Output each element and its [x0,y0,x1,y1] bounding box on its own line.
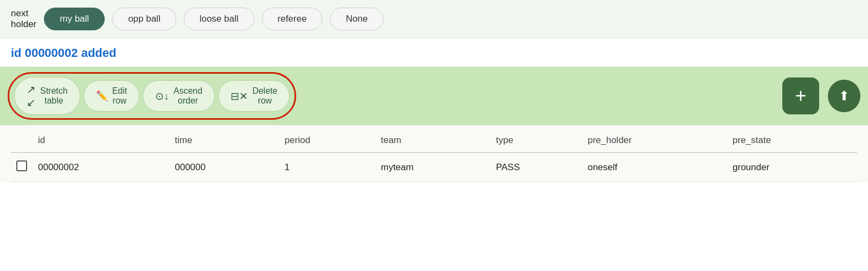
status-text: id 00000002 added [11,46,857,60]
holder-btn-my-ball[interactable]: my ball [44,8,105,30]
middle-section: id 00000002 added [0,38,868,60]
col-pre-holder: pre_holder [582,125,727,153]
table-row: 00000002 000000 1 myteam PASS oneself gr… [11,153,857,182]
col-period: period [279,125,375,153]
cell-id: 00000002 [33,153,169,182]
cell-pre-state: grounder [727,153,857,182]
row-checkbox-cell[interactable] [11,153,33,182]
col-team: team [375,125,490,153]
add-button[interactable]: + [782,78,819,114]
cell-period: 1 [279,153,375,182]
delete-icon: ⊟✕ [231,90,248,102]
holder-btn-opp-ball[interactable]: opp ball [112,8,176,30]
delete-row-button[interactable]: ⊟✕ Deleterow [218,80,290,112]
col-time: time [169,125,279,153]
add-icon: + [795,86,806,106]
ascend-icon: ⊙↓ [155,90,169,102]
edit-row-label: Editrow [112,86,127,106]
table-section: id time period team type pre_holder pre_… [0,125,868,182]
delete-row-label: Deleterow [252,86,277,106]
upload-button[interactable]: ⬆ [828,80,860,112]
cell-team: myteam [375,153,490,182]
col-pre-state: pre_state [727,125,857,153]
next-holder-label: next holder [11,8,36,30]
table-header-row: id time period team type pre_holder pre_… [11,125,857,153]
upload-icon: ⬆ [839,88,850,104]
stretch-table-button[interactable]: ↗↙ Stretchtable [14,77,80,115]
cell-type: PASS [490,153,582,182]
holder-btn-loose-ball[interactable]: loose ball [184,8,254,30]
row-checkbox[interactable] [16,160,27,171]
top-section: next holder my ball opp ball loose ball … [0,0,868,38]
toolbar-bar: ↗↙ Stretchtable ✏️ Editrow ⊙↓ Ascendorde… [0,67,868,125]
cell-time: 000000 [169,153,279,182]
toolbar-group: ↗↙ Stretchtable ✏️ Editrow ⊙↓ Ascendorde… [8,72,296,120]
ascend-order-button[interactable]: ⊙↓ Ascendorder [143,80,215,112]
holder-btn-none[interactable]: None [330,8,384,30]
edit-row-button[interactable]: ✏️ Editrow [84,80,140,112]
stretch-icon: ↗↙ [27,83,36,109]
col-checkbox [11,125,33,153]
col-id: id [33,125,169,153]
data-table: id time period team type pre_holder pre_… [11,125,857,182]
ascend-order-label: Ascendorder [174,86,202,106]
col-type: type [490,125,582,153]
holder-btn-referee[interactable]: referee [262,8,323,30]
stretch-table-label: Stretchtable [40,86,68,106]
cell-pre-holder: oneself [582,153,727,182]
edit-icon: ✏️ [96,90,108,102]
